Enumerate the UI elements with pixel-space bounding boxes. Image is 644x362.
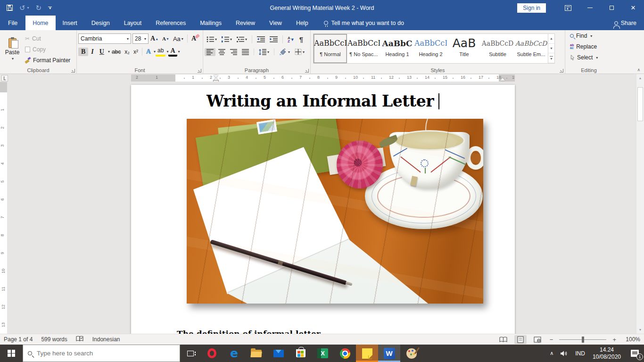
paste-button[interactable]: Paste ▾: [1, 33, 23, 66]
select-button[interactable]: Select▾: [568, 53, 610, 62]
grow-font-button[interactable]: A▲: [149, 34, 160, 43]
taskbar-chrome[interactable]: [334, 345, 356, 362]
sort-button[interactable]: AZ▼: [286, 35, 297, 44]
volume-icon[interactable]: [557, 345, 572, 362]
superscript-button[interactable]: x²: [132, 48, 140, 56]
restore-button[interactable]: [601, 0, 622, 16]
style-normal[interactable]: AaBbCcD¶ Normal: [314, 34, 347, 63]
taskbar-search[interactable]: [23, 345, 180, 362]
language-tray[interactable]: IND: [572, 345, 588, 362]
copy-button[interactable]: Copy: [23, 44, 72, 55]
search-input[interactable]: [37, 350, 150, 357]
zoom-slider-handle[interactable]: [582, 337, 584, 343]
taskbar-file-explorer[interactable]: [245, 345, 267, 362]
styles-scroll-down-icon[interactable]: ▼: [548, 44, 554, 54]
tab-file[interactable]: File: [0, 16, 25, 30]
format-painter-button[interactable]: Format Painter: [23, 55, 72, 66]
font-dialog-launcher-icon[interactable]: [198, 69, 201, 73]
proofing-icon[interactable]: [76, 336, 84, 344]
zoom-slider[interactable]: [559, 339, 606, 340]
italic-button[interactable]: I: [88, 48, 96, 56]
zoom-out-button[interactable]: −: [548, 336, 555, 343]
clock[interactable]: 14.24 10/08/2020: [588, 346, 625, 361]
zoom-in-button[interactable]: +: [611, 336, 618, 343]
start-button[interactable]: [0, 345, 23, 362]
tab-view[interactable]: View: [262, 16, 289, 30]
v-ruler[interactable]: 12345678910111213: [0, 82, 7, 334]
style-no-spacing[interactable]: AaBbCcD¶ No Spac...: [347, 34, 380, 63]
taskbar-store[interactable]: [289, 345, 312, 362]
cut-button[interactable]: ✂Cut: [23, 33, 72, 44]
taskbar-opera[interactable]: [201, 345, 223, 362]
redo-icon[interactable]: ↻: [36, 4, 42, 11]
taskbar-word[interactable]: W: [378, 345, 400, 362]
document-title[interactable]: Writing an Informal Letter: [131, 92, 515, 110]
text-highlight-button[interactable]: ab: [156, 47, 165, 57]
action-center-button[interactable]: 1: [625, 345, 644, 362]
taskbar-mail[interactable]: [267, 345, 289, 362]
find-button[interactable]: Find▾: [568, 31, 610, 41]
document-heading[interactable]: The definition of informal letter: [177, 329, 321, 334]
styles-scroll-up-icon[interactable]: ▲: [548, 34, 554, 44]
document-page[interactable]: Writing an Informal Letter: [131, 85, 515, 334]
word-count[interactable]: 599 words: [41, 336, 67, 343]
show-hide-pilcrow-button[interactable]: ¶: [297, 34, 305, 44]
justify-button[interactable]: [240, 48, 251, 56]
style-heading-2[interactable]: AaBbCcDHeading 2: [414, 34, 447, 63]
sign-in-button[interactable]: Sign in: [517, 3, 546, 13]
font-size-select[interactable]: 28▾: [132, 33, 149, 44]
vertical-scrollbar[interactable]: ▲ ▼: [636, 74, 644, 334]
align-right-button[interactable]: [228, 48, 239, 56]
change-case-button[interactable]: Aa▾: [171, 34, 185, 43]
align-center-button[interactable]: [216, 48, 227, 56]
minimize-button[interactable]: [579, 0, 601, 16]
taskbar-sticky-notes[interactable]: [356, 345, 378, 362]
print-layout-button[interactable]: [514, 335, 527, 344]
taskbar-edge[interactable]: e: [223, 345, 245, 362]
shading-button[interactable]: ▾: [277, 48, 292, 56]
tab-review[interactable]: Review: [229, 16, 262, 30]
tab-references[interactable]: References: [149, 16, 193, 30]
borders-button[interactable]: ▾: [293, 48, 306, 56]
align-left-button[interactable]: [205, 48, 215, 56]
text-effects-button[interactable]: A: [144, 47, 153, 57]
tab-design[interactable]: Design: [84, 16, 117, 30]
bullets-button[interactable]: ▾: [205, 35, 219, 43]
tab-help[interactable]: Help: [289, 16, 315, 30]
language-indicator[interactable]: Indonesian: [92, 336, 120, 343]
style-subtitle[interactable]: AaBbCcDSubtitle: [481, 34, 514, 63]
font-color-dropdown-icon[interactable]: ▾: [178, 49, 180, 54]
clear-formatting-button[interactable]: A: [190, 34, 198, 43]
style-title[interactable]: AaBTitle: [447, 34, 481, 63]
undo-icon[interactable]: ↺: [19, 4, 25, 11]
document-image[interactable]: [187, 119, 483, 304]
increase-indent-button[interactable]: [268, 35, 280, 43]
undo-dropdown-icon[interactable]: ▾: [27, 6, 29, 10]
font-color-button[interactable]: A: [168, 47, 177, 57]
tab-home[interactable]: Home: [25, 16, 55, 30]
zoom-level[interactable]: 100%: [622, 336, 640, 343]
shrink-font-button[interactable]: A▼: [160, 35, 171, 42]
style-heading-1[interactable]: AaBbCHeading 1: [380, 34, 414, 63]
tab-stop-selector[interactable]: L: [1, 75, 8, 82]
paste-dropdown-icon[interactable]: ▾: [12, 57, 14, 61]
h-ruler[interactable]: 2112345678910111213141516171819: [131, 74, 515, 82]
underline-button[interactable]: U: [97, 48, 107, 56]
bold-button[interactable]: B: [78, 48, 88, 56]
taskbar-excel[interactable]: X: [312, 345, 334, 362]
scroll-up-icon[interactable]: ▲: [636, 76, 644, 80]
styles-more-icon[interactable]: ▼: [548, 53, 554, 63]
tab-layout[interactable]: Layout: [117, 16, 149, 30]
page-indicator[interactable]: Page 1 of 4: [4, 336, 33, 343]
font-family-select[interactable]: Cambria▾: [78, 33, 131, 44]
replace-button[interactable]: abacReplace: [568, 42, 610, 51]
numbering-button[interactable]: ▾: [220, 35, 234, 43]
read-mode-button[interactable]: [497, 335, 510, 344]
scroll-down-icon[interactable]: ▼: [636, 328, 644, 331]
ribbon-display-options-button[interactable]: [557, 0, 579, 16]
collapse-ribbon-button[interactable]: ∧: [637, 67, 640, 72]
clipboard-dialog-launcher-icon[interactable]: [71, 69, 75, 73]
tray-chevron-icon[interactable]: ∧: [546, 345, 557, 362]
tab-insert[interactable]: Insert: [56, 16, 84, 30]
taskbar-paint[interactable]: [400, 345, 422, 362]
